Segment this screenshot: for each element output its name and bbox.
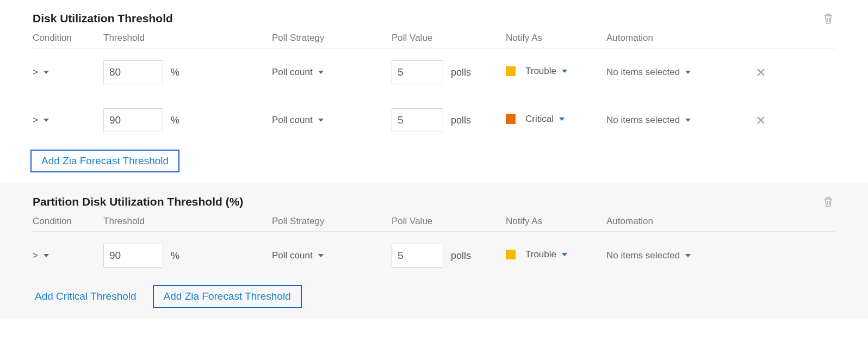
header-automation: Automation bbox=[606, 216, 753, 227]
caret-down-icon bbox=[685, 71, 691, 74]
notify-label: Critical bbox=[525, 114, 554, 125]
poll-value-input[interactable] bbox=[392, 244, 443, 268]
threshold-row: >%Poll countpollsTroubleNo items selecte… bbox=[33, 48, 835, 96]
caret-down-icon bbox=[44, 71, 49, 74]
threshold-unit: % bbox=[171, 67, 179, 78]
dropdown-label: > bbox=[33, 67, 38, 78]
poll-strategy-dropdown[interactable]: Poll count bbox=[272, 115, 324, 126]
threshold-section: Disk Utilization ThresholdConditionThres… bbox=[0, 0, 868, 183]
severity-swatch bbox=[506, 66, 516, 76]
caret-down-icon bbox=[318, 254, 324, 257]
header-condition: Condition bbox=[33, 216, 103, 227]
add-threshold-link[interactable]: Add Critical Threshold bbox=[33, 286, 139, 307]
section-header: Disk Utilization Threshold bbox=[33, 11, 835, 26]
threshold-row: >%Poll countpollsTroubleNo items selecte… bbox=[33, 232, 835, 280]
header-poll-strategy: Poll Strategy bbox=[272, 216, 392, 227]
severity-swatch bbox=[506, 114, 516, 124]
automation-dropdown[interactable]: No items selected bbox=[606, 250, 691, 261]
header-threshold: Threshold bbox=[103, 216, 272, 227]
dropdown-label: Poll count bbox=[272, 250, 313, 261]
notify-label: Trouble bbox=[525, 249, 556, 260]
header-notify-as: Notify As bbox=[506, 33, 606, 44]
add-threshold-link[interactable]: Add Zia Forecast Threshold bbox=[30, 150, 179, 172]
header-condition: Condition bbox=[33, 33, 103, 44]
severity-swatch bbox=[506, 250, 516, 259]
dropdown-label: Poll count bbox=[272, 115, 313, 126]
automation-dropdown[interactable]: No items selected bbox=[606, 67, 691, 78]
threshold-input[interactable] bbox=[103, 60, 163, 84]
dropdown-label: No items selected bbox=[606, 250, 680, 261]
poll-strategy-dropdown[interactable]: Poll count bbox=[272, 250, 324, 261]
condition-dropdown[interactable]: > bbox=[33, 67, 49, 78]
section-title: Disk Utilization Threshold bbox=[33, 12, 173, 25]
header-threshold: Threshold bbox=[103, 33, 272, 44]
section-title: Partition Disk Utilization Threshold (%) bbox=[33, 195, 243, 208]
condition-dropdown[interactable]: > bbox=[33, 250, 49, 261]
header-poll-value: Poll Value bbox=[392, 216, 506, 227]
notify-as-dropdown[interactable]: Trouble bbox=[506, 66, 567, 77]
caret-down-icon bbox=[44, 254, 49, 257]
caret-down-icon bbox=[562, 253, 567, 256]
header-poll-value: Poll Value bbox=[392, 33, 506, 44]
threshold-input[interactable] bbox=[103, 244, 163, 268]
notify-label: Trouble bbox=[525, 66, 556, 77]
threshold-unit: % bbox=[171, 115, 179, 126]
poll-value-input[interactable] bbox=[392, 60, 443, 84]
column-headers: ConditionThresholdPoll StrategyPoll Valu… bbox=[33, 33, 835, 48]
action-links: Add Critical ThresholdAdd Zia Forecast T… bbox=[33, 285, 835, 308]
poll-unit: polls bbox=[451, 67, 471, 78]
poll-unit: polls bbox=[451, 250, 471, 261]
threshold-input[interactable] bbox=[103, 108, 163, 132]
caret-down-icon bbox=[318, 71, 324, 74]
poll-value-input[interactable] bbox=[392, 108, 443, 132]
condition-dropdown[interactable]: > bbox=[33, 115, 49, 126]
caret-down-icon bbox=[685, 254, 691, 257]
notify-as-dropdown[interactable]: Critical bbox=[506, 114, 565, 125]
header-poll-strategy: Poll Strategy bbox=[272, 33, 392, 44]
threshold-unit: % bbox=[171, 250, 179, 261]
action-links: Add Zia Forecast Threshold bbox=[33, 150, 835, 172]
dropdown-label: No items selected bbox=[606, 115, 680, 126]
caret-down-icon bbox=[44, 119, 49, 122]
threshold-row: >%Poll countpollsCriticalNo items select… bbox=[33, 96, 835, 144]
section-header: Partition Disk Utilization Threshold (%) bbox=[33, 194, 835, 209]
add-threshold-link[interactable]: Add Zia Forecast Threshold bbox=[153, 285, 302, 308]
dropdown-label: Poll count bbox=[272, 67, 313, 78]
header-notify-as: Notify As bbox=[506, 216, 606, 227]
dropdown-label: > bbox=[33, 115, 38, 126]
delete-row-button[interactable] bbox=[753, 65, 768, 80]
delete-section-button[interactable] bbox=[821, 194, 835, 209]
caret-down-icon bbox=[685, 119, 691, 122]
caret-down-icon bbox=[562, 70, 567, 73]
notify-as-dropdown[interactable]: Trouble bbox=[506, 249, 567, 260]
delete-section-button[interactable] bbox=[821, 11, 835, 26]
dropdown-label: No items selected bbox=[606, 67, 680, 78]
column-headers: ConditionThresholdPoll StrategyPoll Valu… bbox=[33, 216, 835, 232]
header-automation: Automation bbox=[606, 33, 753, 44]
dropdown-label: > bbox=[33, 250, 38, 261]
caret-down-icon bbox=[318, 119, 324, 122]
automation-dropdown[interactable]: No items selected bbox=[606, 115, 691, 126]
threshold-section: Partition Disk Utilization Threshold (%)… bbox=[0, 183, 868, 319]
poll-strategy-dropdown[interactable]: Poll count bbox=[272, 67, 324, 78]
poll-unit: polls bbox=[451, 115, 471, 126]
delete-row-button[interactable] bbox=[753, 113, 768, 128]
caret-down-icon bbox=[559, 117, 565, 121]
